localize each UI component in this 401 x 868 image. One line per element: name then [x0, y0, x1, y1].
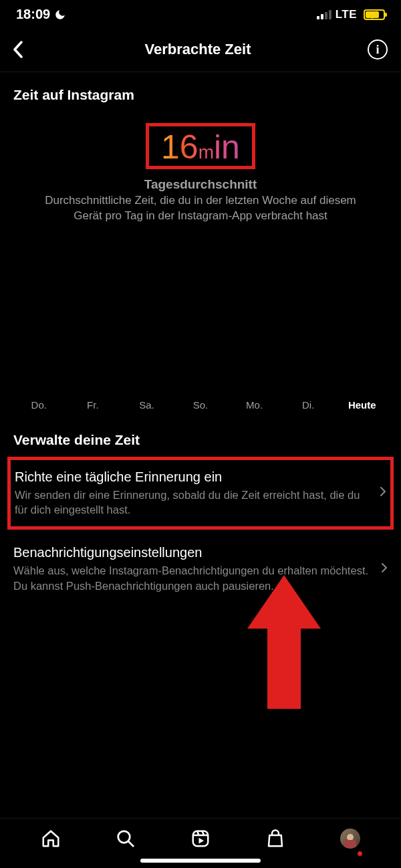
profile-tab[interactable] — [340, 828, 361, 849]
status-bar: 18:09 LTE ⚡ — [0, 0, 401, 27]
do-not-disturb-icon — [54, 9, 66, 21]
chart-bars — [19, 257, 382, 391]
svg-rect-2 — [193, 831, 209, 847]
setting-text: BenachrichtigungseinstellungenWähle aus,… — [13, 545, 373, 593]
avg-value: 16min — [161, 128, 240, 166]
avg-label: Tagesdurchschnitt — [13, 177, 388, 192]
chart-category-label: Fr. — [73, 399, 114, 411]
section-heading-manage: Verwalte deine Zeit — [0, 417, 401, 455]
back-button[interactable] — [8, 39, 28, 60]
page-title: Verbrachte Zeit — [145, 41, 251, 58]
avatar-icon — [340, 829, 360, 849]
setting-title: Richte eine tägliche Erinnerung ein — [15, 469, 372, 485]
setting-title: Benachrichtigungseinstellungen — [13, 545, 373, 560]
svg-line-1 — [128, 841, 133, 846]
avg-unit-m: m — [198, 142, 214, 162]
home-tab[interactable] — [40, 828, 61, 849]
section-heading-time: Zeit auf Instagram — [0, 72, 401, 110]
chart-category-label: Di. — [288, 399, 329, 411]
settings-list: Richte eine tägliche Erinnerung einWir s… — [0, 457, 401, 607]
avg-unit-rest: in — [214, 128, 240, 166]
search-icon — [116, 829, 136, 849]
chart-category-label: Sa. — [126, 399, 167, 411]
chevron-left-icon — [13, 41, 23, 58]
status-right: LTE ⚡ — [317, 8, 385, 21]
signal-icon — [317, 10, 331, 19]
shop-icon — [265, 829, 285, 849]
chart-category-label: So. — [180, 399, 221, 411]
chevron-right-icon — [380, 486, 386, 500]
avg-highlight-box: 16min — [146, 123, 255, 169]
avg-number-value: 16 — [161, 128, 198, 166]
usage-chart: Do.Fr.Sa.So.Mo.Di.Heute — [0, 231, 401, 417]
info-icon: i — [376, 43, 379, 57]
battery-icon: ⚡ — [364, 9, 385, 20]
status-left: 18:09 — [16, 7, 66, 22]
daily-average-block: 16min Tagesdurchschnitt Durchschnittlich… — [0, 110, 401, 231]
shop-tab[interactable] — [265, 828, 286, 849]
home-indicator — [140, 859, 261, 863]
home-icon — [41, 829, 61, 849]
nav-header: Verbrachte Zeit i — [0, 27, 401, 72]
setting-description: Wähle aus, welche Instagram-Benachrichti… — [13, 563, 373, 593]
chart-category-label: Heute — [342, 399, 382, 411]
setting-item[interactable]: Richte eine tägliche Erinnerung einWir s… — [8, 457, 393, 530]
chart-category-label: Do. — [19, 399, 59, 411]
network-label: LTE — [336, 8, 357, 21]
status-time: 18:09 — [16, 7, 50, 22]
chart-category-label: Mo. — [234, 399, 275, 411]
reels-icon — [190, 829, 211, 849]
chart-labels: Do.Fr.Sa.So.Mo.Di.Heute — [19, 399, 382, 411]
chevron-right-icon — [381, 562, 388, 576]
search-tab[interactable] — [115, 828, 136, 849]
setting-text: Richte eine tägliche Erinnerung einWir s… — [15, 469, 372, 518]
reels-tab[interactable] — [190, 828, 211, 849]
avg-description: Durchschnittliche Zeit, die du in der le… — [13, 192, 388, 224]
setting-description: Wir senden dir eine Erinnerung, sobald d… — [15, 487, 372, 518]
setting-item[interactable]: BenachrichtigungseinstellungenWähle aus,… — [0, 532, 401, 607]
info-button[interactable]: i — [368, 39, 388, 60]
notification-dot-icon — [358, 851, 362, 856]
